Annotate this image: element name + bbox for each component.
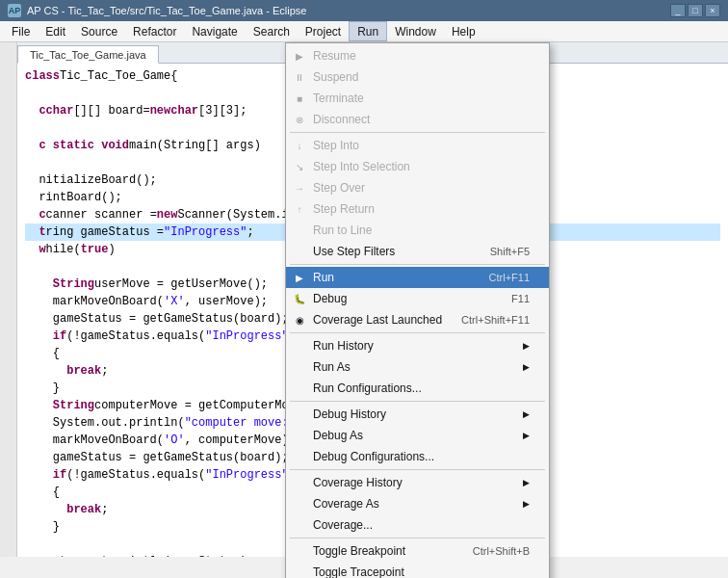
terminate-icon: ■ [292,91,307,106]
menu-item-run-configurations[interactable]: Run Configurations... [286,378,549,399]
menu-item-coverage-history[interactable]: Coverage History ▶ [286,472,549,493]
menu-refactor[interactable]: Refactor [125,21,184,41]
menu-run[interactable]: Run [349,21,387,41]
run-to-line-icon [292,223,307,238]
run-menu-dropdown: ▶ Resume ⏸ Suspend ■ Terminate ⊗ Disconn… [285,42,550,578]
minimize-button[interactable]: _ [670,4,686,17]
menu-item-debug-configurations[interactable]: Debug Configurations... [286,446,549,467]
menu-item-step-return[interactable]: ↑ Step Return [286,198,549,220]
suspend-icon: ⏸ [292,69,307,85]
step-into-selection-icon: ↘ [292,159,307,174]
menu-source[interactable]: Source [73,21,125,41]
separator [290,264,545,265]
tab-tictactoe[interactable]: Tic_Tac_Toe_Game.java [17,45,159,64]
maximize-button[interactable]: □ [688,4,703,17]
coverage-icon [292,517,307,533]
debug-as-icon [292,428,307,443]
menu-help[interactable]: Help [444,21,483,41]
menu-item-resume[interactable]: ▶ Resume [286,45,549,66]
debug-configurations-icon [292,449,307,464]
menu-project[interactable]: Project [298,21,349,41]
submenu-arrow: ▶ [523,499,530,509]
menu-item-step-into[interactable]: ↓ Step Into [286,135,549,156]
window-controls[interactable]: _ □ × [670,4,720,17]
disconnect-icon: ⊗ [292,112,307,127]
submenu-arrow: ▶ [523,362,530,372]
menu-item-run-history[interactable]: Run History ▶ [286,335,549,356]
debug-icon: 🐛 [292,291,307,306]
run-icon: ▶ [292,270,307,285]
submenu-arrow: ▶ [523,341,530,351]
menu-item-debug-history[interactable]: Debug History ▶ [286,404,549,425]
separator [290,332,545,333]
menu-item-run[interactable]: ▶ Run Ctrl+F11 [286,267,549,288]
menu-file[interactable]: File [4,21,38,41]
menu-item-disconnect[interactable]: ⊗ Disconnect [286,109,549,130]
menu-edit[interactable]: Edit [38,21,73,41]
menu-item-debug[interactable]: 🐛 Debug F11 [286,288,549,309]
app-icon: AP [8,4,21,17]
step-over-icon: → [292,180,307,196]
menu-item-step-into-selection[interactable]: ↘ Step Into Selection [286,156,549,177]
window-title: AP CS - Tic_Tac_Toe/src/Tic_Tac_Toe_Game… [27,5,670,16]
toggle-breakpoint-icon [292,543,307,559]
menu-window[interactable]: Window [387,21,444,41]
menu-item-run-to-line[interactable]: Run to Line [286,220,549,241]
submenu-arrow: ▶ [523,409,530,419]
step-return-icon: ↑ [292,201,307,217]
menu-bar: File Edit Source Refactor Navigate Searc… [0,21,728,42]
menu-item-run-as[interactable]: Run As ▶ [286,356,549,378]
step-into-icon: ↓ [292,138,307,153]
menu-item-coverage[interactable]: Coverage... [286,514,549,536]
menu-item-step-over[interactable]: → Step Over [286,177,549,198]
separator [290,132,545,133]
separator [290,401,545,402]
menu-search[interactable]: Search [246,21,298,41]
submenu-arrow: ▶ [523,478,530,487]
menu-item-toggle-tracepoint[interactable]: Toggle Tracepoint [286,562,549,578]
use-step-filters-icon [292,244,307,259]
menu-item-coverage-as[interactable]: Coverage As ▶ [286,493,549,514]
separator [290,538,545,539]
menu-item-terminate[interactable]: ■ Terminate [286,88,549,109]
menu-item-toggle-breakpoint[interactable]: Toggle Breakpoint Ctrl+Shift+B [286,540,549,562]
sidebar [0,42,17,557]
menu-item-use-step-filters[interactable]: Use Step Filters Shift+F5 [286,241,549,262]
debug-history-icon [292,407,307,422]
menu-item-coverage-last-launched[interactable]: ◉ Coverage Last Launched Ctrl+Shift+F11 [286,309,549,330]
title-bar: AP AP CS - Tic_Tac_Toe/src/Tic_Tac_Toe_G… [0,0,728,21]
separator [290,469,545,470]
menu-item-debug-as[interactable]: Debug As ▶ [286,425,549,446]
submenu-arrow: ▶ [523,431,530,440]
coverage-as-icon [292,496,307,512]
toggle-tracepoint-icon [292,565,307,578]
run-history-icon [292,338,307,354]
coverage-history-icon [292,475,307,490]
resume-icon: ▶ [292,48,307,64]
close-button[interactable]: × [705,4,720,17]
run-as-icon [292,359,307,375]
run-configurations-icon [292,381,307,396]
menu-item-suspend[interactable]: ⏸ Suspend [286,66,549,88]
menu-navigate[interactable]: Navigate [184,21,245,41]
coverage-last-launched-icon: ◉ [292,312,307,328]
